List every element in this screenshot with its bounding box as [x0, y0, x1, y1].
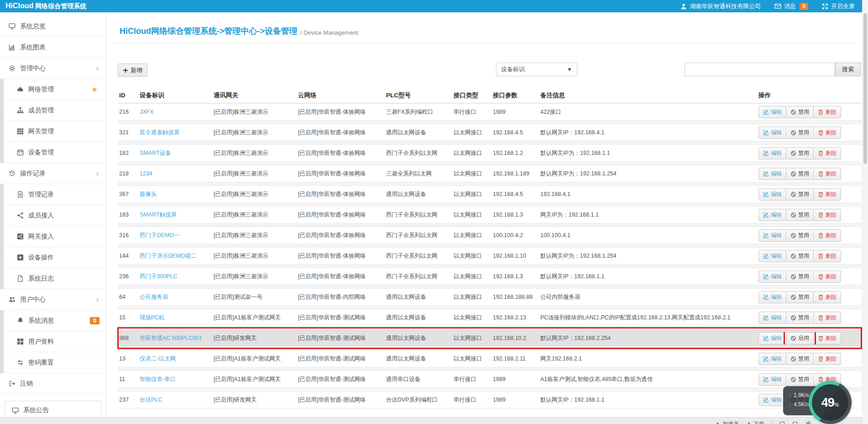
device-name-link[interactable]: 华辰智通AC 500PLC001 [140, 335, 202, 341]
disable-button[interactable]: 禁用 [786, 168, 814, 180]
edit-button[interactable]: 编辑 [758, 270, 786, 283]
device-name-link[interactable]: 仪表二-以太网 [140, 355, 176, 362]
device-name-link[interactable]: 昆仑通泰触摸屏 [140, 129, 180, 136]
disable-button[interactable]: 禁用 [786, 353, 814, 365]
sidebar-item-member-management[interactable]: 成员管理 [0, 100, 106, 121]
disable-button[interactable]: 禁用 [786, 127, 814, 139]
delete-button[interactable]: 删除 [814, 291, 841, 303]
edit-button[interactable]: 编辑 [758, 229, 786, 242]
page-scrollbar[interactable] [862, 0, 868, 424]
device-name-link[interactable]: 1234 [140, 170, 152, 177]
delete-button[interactable]: 删除 [814, 312, 841, 324]
delete-button[interactable]: 删除 [814, 106, 841, 118]
edit-button[interactable]: 编辑 [758, 127, 786, 139]
delete-button[interactable]: 删除 [814, 209, 841, 221]
statusbar-tool-button[interactable] [792, 421, 798, 424]
delete-button[interactable]: 删除 [814, 332, 841, 344]
sidebar-item-user-center[interactable]: 用户中心› [0, 289, 106, 310]
delete-button[interactable]: 删除 [814, 127, 841, 139]
edit-button[interactable]: 编辑 [758, 168, 786, 180]
disable-button[interactable]: 禁用 [786, 270, 814, 283]
device-name-link[interactable]: 智能仪表-串口 [140, 376, 176, 382]
delete-button[interactable]: 删除 [814, 353, 841, 365]
delete-button[interactable]: 删除 [814, 229, 841, 242]
device-name-link[interactable]: 公司服务器 [140, 294, 168, 300]
device-name-link[interactable]: JXFX [140, 109, 154, 115]
cell-id: 183 [118, 212, 138, 218]
statusbar-tool-button[interactable] [805, 421, 812, 424]
device-name-link[interactable]: 西门子DEMO一 [140, 232, 180, 238]
edit-button[interactable]: 编辑 [758, 250, 786, 262]
memory-usage-ball[interactable]: 49 % [809, 381, 852, 424]
edit-button[interactable]: 编辑 [758, 353, 786, 365]
app-logo: HiCloud 网络综合管理系统 [0, 2, 86, 11]
disable-button[interactable]: 禁用 [786, 106, 814, 118]
disable-button[interactable]: 禁用 [786, 209, 814, 221]
sidebar-item-system-notice[interactable]: 系统公告 [5, 401, 101, 418]
search-input[interactable] [685, 63, 835, 76]
delete-button[interactable]: 删除 [814, 168, 841, 180]
enable-button[interactable]: 启用 [786, 332, 814, 344]
device-name-link[interactable]: 现场PC机 [140, 314, 165, 321]
edit-button[interactable]: 编辑 [758, 147, 786, 159]
add-device-button[interactable]: 新增 [118, 64, 147, 77]
edit-button[interactable]: 编辑 [758, 394, 786, 406]
cell-remark: 100.100.4.1 [539, 232, 757, 238]
delete-button[interactable]: 删除 [814, 250, 841, 262]
scrollbar-thumb[interactable] [863, 13, 867, 164]
sidebar-item-system-messages[interactable]: 系统消息0 [0, 310, 106, 331]
device-name-link[interactable]: 台达PLC [140, 397, 162, 403]
edit-button[interactable]: 编辑 [758, 209, 786, 221]
edit-button[interactable]: 编辑 [758, 106, 786, 118]
disable-button[interactable]: 禁用 [786, 147, 814, 159]
search-button[interactable]: 搜索 [835, 63, 861, 76]
edit-button[interactable]: 编辑 [758, 291, 786, 303]
disable-button[interactable]: 禁用 [786, 229, 814, 242]
sidebar-item-management-records[interactable]: 管理记录 [0, 184, 106, 205]
device-name-link[interactable]: 西门子演示DEMO箱二 [140, 253, 197, 259]
delete-button[interactable]: 删除 [814, 147, 841, 159]
device-name-link[interactable]: 西门子300PLC [140, 273, 178, 280]
cell-actions: 编辑禁用删除 [757, 250, 862, 262]
sidebar-item-system-logs[interactable]: 系统日志 [0, 268, 106, 289]
messages-menu[interactable]: 消息 0 [774, 2, 808, 11]
edit-button[interactable]: 编辑 [758, 188, 786, 201]
device-filter-select[interactable]: 设备标识 ▼ [496, 63, 577, 76]
sidebar-item-device-operation[interactable]: 设备操作 [0, 247, 106, 268]
sidebar-item-label: 网关接入 [28, 233, 54, 241]
sidebar-item-logout[interactable]: 注销 [0, 373, 106, 394]
device-name-link[interactable]: SMART触摸屏 [140, 212, 177, 218]
sidebar-item-management-center[interactable]: 管理中心› [0, 58, 106, 79]
sidebar-item-gateway-management[interactable]: 网关管理 [0, 121, 106, 142]
sidebar-item-network-management[interactable]: 网络管理★ [0, 79, 106, 100]
edit-button[interactable]: 编辑 [758, 312, 786, 324]
sidebar-item-gateway-access[interactable]: 网关接入 [0, 226, 106, 247]
edit-button[interactable]: 编辑 [758, 373, 786, 386]
sidebar-item-system-charts[interactable]: 系统图表 [0, 37, 106, 58]
sidebar-item-member-access[interactable]: 成员接入 [0, 205, 106, 226]
edit-button[interactable]: 编辑 [758, 332, 786, 344]
disable-button[interactable]: 禁用 [786, 188, 814, 201]
device-name-link[interactable]: 摄像头 [140, 191, 157, 197]
ban-icon [790, 212, 796, 218]
device-name-link[interactable]: SMART设备 [140, 150, 171, 156]
fullscreen-button[interactable]: 开启全屏 [822, 2, 855, 11]
sidebar-item-system-overview[interactable]: 系统总览 [0, 16, 106, 37]
download-manager-button[interactable]: 下载 [746, 420, 764, 424]
disable-button[interactable]: 禁用 [786, 373, 814, 386]
account-menu[interactable]: 湖南华辰智通科技有限公司 [680, 2, 761, 11]
accelerator-button[interactable]: 加速器 [715, 420, 739, 424]
disable-button[interactable]: 禁用 [786, 291, 814, 303]
disable-button[interactable]: 禁用 [786, 312, 814, 324]
delete-button[interactable]: 删除 [814, 188, 841, 201]
cell-device-id: 西门子DEMO一 [138, 232, 212, 239]
sidebar-item-user-profile[interactable]: 用户资料 [0, 331, 106, 352]
sidebar-item-operation-records[interactable]: 操作记录› [0, 163, 106, 184]
delete-button[interactable]: 删除 [814, 270, 841, 283]
messages-label: 消息 [784, 2, 796, 11]
trash-icon [818, 212, 824, 218]
statusbar-tool-button[interactable] [779, 421, 785, 424]
sidebar-item-device-management[interactable]: 设备管理 [0, 142, 106, 163]
sidebar-item-password-reset[interactable]: 密码重置 [0, 352, 106, 373]
disable-button[interactable]: 禁用 [786, 250, 814, 262]
